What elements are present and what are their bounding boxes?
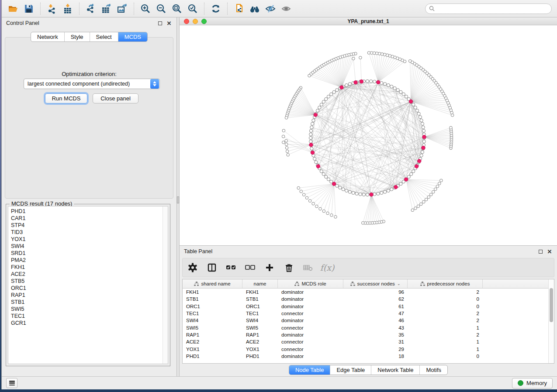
table-row[interactable]: RAP1RAP1dominator352 (183, 331, 548, 338)
network-node[interactable] (342, 188, 345, 191)
network-node[interactable] (384, 83, 387, 86)
run-mcds-button[interactable]: Run MCDS (45, 93, 87, 103)
export-table-icon[interactable] (99, 2, 114, 15)
network-node[interactable] (316, 109, 319, 112)
network-node[interactable] (432, 190, 435, 193)
task-history-button[interactable] (6, 378, 17, 388)
import-table-icon[interactable] (60, 2, 76, 15)
network-node[interactable] (390, 188, 393, 191)
network-node[interactable] (417, 112, 420, 115)
deselect-all-icon[interactable] (245, 262, 256, 273)
network-node[interactable] (366, 193, 369, 196)
refresh-icon[interactable] (208, 2, 224, 15)
mcds-result-item[interactable]: YOX1 (11, 236, 163, 243)
network-node[interactable] (330, 214, 333, 217)
mcds-result-item[interactable]: ORC1 (11, 285, 163, 292)
table-scrollbar-thumb[interactable] (550, 288, 553, 322)
network-node[interactable] (282, 141, 285, 144)
network-node[interactable] (319, 207, 322, 210)
network-node[interactable] (308, 199, 311, 203)
table-row[interactable]: ORC1ORC1dominator610 (183, 303, 548, 310)
network-node[interactable] (312, 202, 315, 205)
network-node[interactable] (373, 193, 376, 196)
network-node[interactable] (405, 95, 408, 98)
clone-network-icon[interactable] (231, 2, 247, 15)
mcds-result-item[interactable]: PHD1 (11, 208, 163, 215)
network-node[interactable] (354, 81, 357, 84)
close-table-panel-icon[interactable]: ✕ (547, 248, 553, 254)
float-table-panel-icon[interactable] (537, 248, 543, 254)
mcds-list-scrollbar[interactable] (163, 206, 168, 364)
close-panel-button[interactable]: Close panel (93, 93, 138, 103)
network-node[interactable] (360, 80, 363, 83)
network-node[interactable] (410, 172, 413, 175)
export-image-icon[interactable] (114, 2, 130, 15)
network-node[interactable] (309, 143, 313, 147)
network-node[interactable] (325, 175, 328, 178)
table-row[interactable]: SWI4SWI4dominator462 (183, 317, 548, 324)
network-node[interactable] (412, 170, 415, 173)
network-node[interactable] (419, 203, 422, 206)
table-row[interactable]: ACE2ACE2connector311 (183, 338, 548, 345)
mcds-result-item[interactable]: ACE2 (11, 271, 163, 278)
network-node[interactable] (409, 100, 412, 103)
mcds-result-item[interactable]: CAR1 (11, 215, 163, 222)
network-node[interactable] (309, 140, 312, 143)
network-node[interactable] (336, 184, 339, 187)
tab-edge-table[interactable]: Edge Table (330, 365, 371, 375)
network-node[interactable] (287, 153, 290, 156)
col-shared-name[interactable]: shared name (183, 279, 242, 288)
network-node[interactable] (309, 129, 312, 132)
import-network-icon[interactable] (44, 2, 60, 15)
network-node[interactable] (320, 103, 323, 106)
network-node[interactable] (336, 89, 339, 92)
criterion-dropdown[interactable]: largest connected component (undirected) (24, 79, 160, 89)
zoom-selected-icon[interactable] (185, 2, 201, 15)
mcds-result-item[interactable]: TID3 (11, 229, 163, 236)
network-node[interactable] (315, 205, 318, 208)
network-node[interactable] (414, 207, 417, 210)
table-settings-gear-icon[interactable] (187, 262, 198, 273)
network-node[interactable] (422, 126, 425, 129)
network-node[interactable] (384, 190, 387, 193)
network-node[interactable] (297, 186, 300, 189)
network-node[interactable] (285, 139, 288, 142)
memory-button[interactable]: Memory (512, 378, 553, 389)
mcds-result-item[interactable]: SWI4 (11, 243, 163, 250)
network-node[interactable] (285, 116, 288, 119)
tab-select[interactable]: Select (90, 32, 118, 41)
network-node[interactable] (380, 191, 383, 194)
table-row[interactable]: FKH1FKH1dominator962 (183, 289, 548, 296)
network-node[interactable] (345, 189, 348, 192)
network-canvas[interactable] (180, 25, 557, 245)
network-node[interactable] (326, 212, 329, 215)
network-node[interactable] (312, 119, 315, 122)
table-row[interactable]: PHD1PHD1dominator180 (183, 353, 548, 360)
network-node[interactable] (311, 122, 314, 125)
network-node[interactable] (330, 93, 333, 96)
network-node[interactable] (377, 80, 380, 84)
network-node[interactable] (370, 80, 373, 83)
network-node[interactable] (450, 126, 453, 129)
network-node[interactable] (348, 190, 351, 193)
network-node[interactable] (309, 136, 312, 139)
network-node[interactable] (305, 196, 308, 199)
mcds-result-item[interactable]: GCR1 (11, 320, 163, 327)
mcds-result-item[interactable]: STP4 (11, 222, 163, 229)
network-node[interactable] (390, 85, 393, 88)
network-node[interactable] (300, 190, 303, 193)
network-node[interactable] (420, 154, 423, 157)
network-node[interactable] (419, 116, 422, 119)
network-node[interactable] (348, 83, 351, 86)
mcds-result-item[interactable]: FKH1 (11, 264, 163, 271)
network-node[interactable] (286, 150, 289, 153)
network-node[interactable] (422, 140, 426, 143)
network-node[interactable] (309, 133, 312, 136)
network-node[interactable] (399, 182, 402, 186)
open-file-icon[interactable] (5, 2, 21, 15)
network-node[interactable] (352, 57, 355, 60)
network-node[interactable] (302, 193, 305, 196)
network-node[interactable] (316, 165, 320, 168)
search-input[interactable] (437, 6, 548, 12)
network-node[interactable] (362, 193, 365, 196)
